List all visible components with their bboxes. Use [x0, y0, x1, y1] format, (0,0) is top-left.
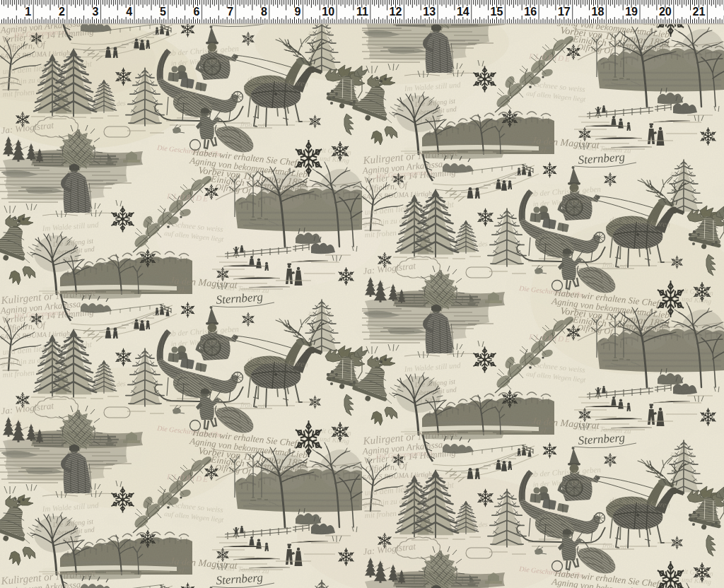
svg-text:20: 20 — [659, 6, 672, 18]
svg-text:10: 10 — [322, 6, 334, 18]
svg-text:21: 21 — [693, 6, 706, 18]
svg-text:2: 2 — [59, 6, 65, 18]
svg-text:7: 7 — [227, 6, 233, 18]
svg-text:9: 9 — [294, 6, 300, 18]
svg-text:5: 5 — [160, 6, 166, 18]
svg-text:8: 8 — [261, 6, 267, 18]
svg-text:19: 19 — [625, 6, 638, 18]
svg-text:15: 15 — [491, 6, 503, 18]
svg-text:3: 3 — [93, 6, 99, 18]
svg-text:13: 13 — [423, 6, 436, 18]
svg-text:4: 4 — [126, 6, 132, 18]
svg-text:14: 14 — [457, 6, 469, 18]
svg-text:12: 12 — [390, 6, 402, 18]
svg-text:18: 18 — [592, 6, 605, 18]
svg-text:6: 6 — [194, 6, 200, 18]
svg-text:17: 17 — [558, 6, 571, 18]
svg-text:16: 16 — [524, 6, 537, 18]
svg-text:11: 11 — [356, 6, 368, 18]
svg-text:1: 1 — [25, 6, 31, 18]
